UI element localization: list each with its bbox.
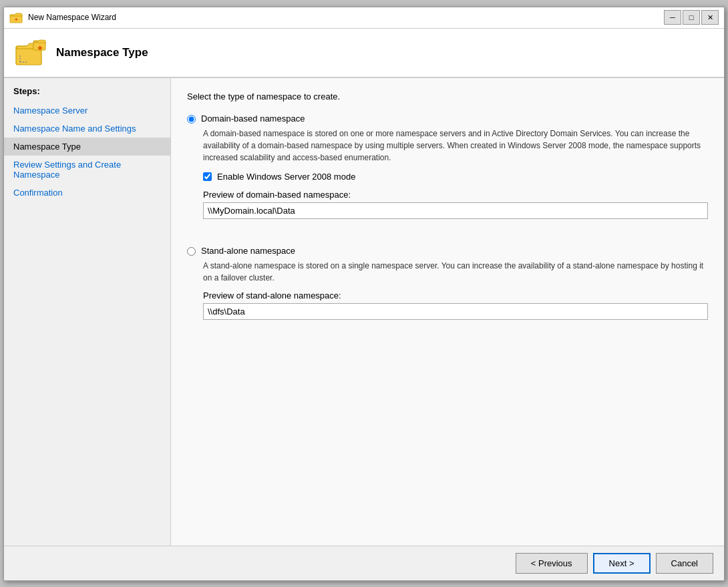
standalone-preview-input (203, 303, 708, 320)
domain-based-section: Domain-based namespace A domain-based na… (187, 114, 708, 219)
sidebar-item-review-settings: Review Settings and Create Namespace (4, 156, 170, 184)
header-section: ✦ Namespace Type (4, 29, 724, 78)
windows-2008-checkbox[interactable] (203, 172, 212, 181)
sidebar-item-namespace-type: Namespace Type (4, 138, 170, 156)
domain-based-label[interactable]: Domain-based namespace (201, 114, 305, 124)
previous-button[interactable]: < Previous (516, 553, 588, 574)
title-bar-icon: ✦ (9, 11, 23, 24)
wizard-window: ✦ New Namespace Wizard ─ □ ✕ ✦ (3, 7, 725, 581)
standalone-label[interactable]: Stand-alone namespace (201, 246, 295, 256)
next-button[interactable]: Next > (593, 553, 651, 574)
sidebar: Steps: Namespace Server Namespace Name a… (4, 78, 171, 546)
cancel-button[interactable]: Cancel (656, 553, 713, 574)
title-bar-controls: ─ □ ✕ (664, 10, 719, 25)
standalone-radio[interactable] (187, 247, 196, 256)
windows-2008-label[interactable]: Enable Windows Server 2008 mode (217, 172, 355, 182)
content-area: Steps: Namespace Server Namespace Name a… (4, 78, 724, 546)
sidebar-item-namespace-server[interactable]: Namespace Server (4, 102, 170, 120)
section-divider (187, 232, 708, 246)
instruction-text: Select the type of namespace to create. (187, 91, 708, 102)
main-content: Select the type of namespace to create. … (171, 78, 724, 546)
domain-based-description: A domain-based namespace is stored on on… (203, 128, 708, 164)
maximize-button[interactable]: □ (683, 10, 700, 25)
header-title: Namespace Type (56, 46, 148, 59)
domain-preview-input (203, 202, 708, 219)
header-icon: ✦ (15, 37, 47, 69)
windows-2008-checkbox-row: Enable Windows Server 2008 mode (203, 172, 708, 182)
domain-based-radio[interactable] (187, 115, 196, 124)
standalone-section: Stand-alone namespace A stand-alone name… (187, 246, 708, 320)
sidebar-item-namespace-name-settings[interactable]: Namespace Name and Settings (4, 120, 170, 138)
sidebar-item-confirmation: Confirmation (4, 184, 170, 202)
footer: < Previous Next > Cancel (4, 546, 724, 580)
standalone-preview-label: Preview of stand-alone namespace: (203, 290, 708, 301)
minimize-button[interactable]: ─ (664, 10, 681, 25)
title-bar: ✦ New Namespace Wizard ─ □ ✕ (4, 7, 724, 29)
steps-label: Steps: (4, 86, 170, 102)
svg-text:✦: ✦ (14, 17, 19, 23)
close-button[interactable]: ✕ (701, 10, 719, 25)
domain-preview-label: Preview of domain-based namespace: (203, 190, 708, 200)
domain-based-radio-row: Domain-based namespace (187, 114, 708, 124)
standalone-radio-row: Stand-alone namespace (187, 246, 708, 256)
svg-text:✦: ✦ (36, 43, 44, 53)
standalone-description: A stand-alone namespace is stored on a s… (203, 260, 708, 284)
title-bar-title: New Namespace Wizard (28, 13, 664, 22)
